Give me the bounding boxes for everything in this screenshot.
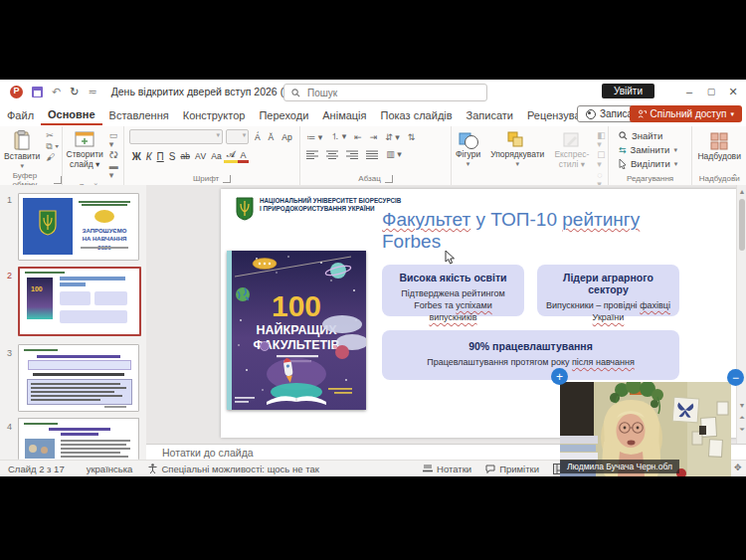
tab-home[interactable]: Основне: [41, 105, 102, 125]
next-slide-icon[interactable]: ⏷: [737, 426, 746, 433]
change-case-button[interactable]: Аа: [209, 151, 225, 161]
minimize-button[interactable]: –: [678, 80, 700, 103]
collapse-ribbon-icon[interactable]: ⌃: [731, 173, 738, 182]
undo-icon[interactable]: ↶: [52, 86, 61, 98]
select-icon: [619, 159, 627, 169]
tab-animations[interactable]: Анімація: [315, 106, 373, 124]
shapes-button[interactable]: Фігури▾: [452, 129, 484, 169]
section-icon[interactable]: ▬ ▾: [109, 162, 121, 180]
group-slides: Створитислайд ▾ ▭ ▾ 🗘 ▬ ▾ Слайди: [63, 126, 125, 185]
addins-button[interactable]: Надбудови: [693, 129, 744, 163]
text-direction-button[interactable]: ⇅: [408, 132, 416, 142]
maximize-button[interactable]: ▢: [700, 80, 722, 103]
slide-thumbnail-3[interactable]: [18, 344, 139, 412]
slide-layout-icon[interactable]: ▭ ▾: [109, 131, 121, 149]
powerpoint-icon[interactable]: [10, 86, 23, 98]
previous-slide-icon[interactable]: ⏶: [737, 414, 746, 421]
select-button[interactable]: Виділити▾: [619, 158, 677, 169]
slide-thumbnail-2-selected[interactable]: 100: [18, 267, 141, 336]
webcam-video[interactable]: Людмила Бучача Черн.обл: [560, 382, 731, 476]
format-painter-icon[interactable]: 🖌: [46, 153, 59, 162]
move-handle-icon[interactable]: ✥: [734, 463, 742, 472]
search-input[interactable]: [305, 87, 459, 99]
comments-toggle-button[interactable]: Примітки: [485, 464, 539, 474]
tab-slideshow[interactable]: Показ слайдів: [374, 106, 460, 124]
paragraph-dialog-launcher[interactable]: [385, 175, 393, 183]
numbering-button[interactable]: ⒈ ▾: [330, 130, 346, 143]
annotation-plus-button[interactable]: +: [551, 368, 568, 385]
font-name-select[interactable]: [129, 129, 223, 144]
copy-icon[interactable]: ⧉ ▾: [46, 142, 59, 151]
columns-button[interactable]: ▥ ▾: [386, 149, 402, 159]
replace-icon: ⇆: [619, 145, 627, 155]
customize-qat-icon[interactable]: ≂: [88, 86, 96, 98]
align-center-button[interactable]: [326, 150, 338, 159]
annotation-minus-button[interactable]: −: [727, 369, 744, 386]
redo-icon[interactable]: ↻: [70, 86, 79, 98]
scroll-down-icon[interactable]: ▼: [737, 402, 746, 409]
shrink-font-button[interactable]: А̌: [266, 132, 277, 142]
tab-insert[interactable]: Вставлення: [102, 106, 176, 124]
scroll-up-icon[interactable]: ▲: [737, 188, 746, 195]
slide-thumbnail-4[interactable]: [18, 418, 139, 460]
share-button[interactable]: Спільний доступ ▾: [630, 105, 742, 122]
find-button[interactable]: Знайти: [619, 130, 662, 141]
arrange-button[interactable]: Упорядкувати▾: [486, 129, 548, 169]
italic-button[interactable]: К: [143, 151, 154, 162]
language-indicator[interactable]: українська: [87, 464, 133, 474]
quick-styles-button[interactable]: Експрес-стилі ▾: [550, 129, 593, 171]
mouse-cursor: [445, 251, 456, 266]
title-word-faculty: Факультет: [382, 209, 470, 230]
paste-button[interactable]: Вставити▾: [0, 129, 44, 171]
align-left-button[interactable]: [306, 150, 318, 159]
cut-icon[interactable]: ✂: [46, 131, 59, 140]
tab-transitions[interactable]: Переходи: [252, 106, 315, 124]
vertical-scrollbar[interactable]: ▲ ▼ ⏶ ⏷: [736, 185, 746, 444]
bullets-button[interactable]: ≔ ▾: [306, 132, 322, 142]
quick-styles-icon: [561, 130, 583, 150]
clipboard-dialog-launcher[interactable]: [54, 176, 62, 184]
font-color-button[interactable]: А: [238, 150, 249, 163]
search-box[interactable]: [283, 84, 487, 101]
slide-title[interactable]: Факультет у ТОП-10 рейтингу Forbes: [382, 209, 720, 254]
increase-indent-button[interactable]: ⇥: [370, 132, 378, 142]
strikethrough-button[interactable]: ab: [178, 151, 192, 161]
tab-design[interactable]: Конструктор: [176, 106, 253, 124]
magazine-cover-image[interactable]: 100 НАЙКРАЩИХ ФАКУЛЬТЕТІВ: [227, 251, 366, 410]
cover-number: 100: [272, 289, 321, 322]
arrange-icon: [506, 130, 528, 150]
decrease-indent-button[interactable]: ⇤: [354, 132, 362, 142]
new-slide-button[interactable]: Створитислайд ▾: [63, 129, 107, 171]
justify-button[interactable]: [366, 150, 378, 159]
font-dialog-launcher[interactable]: [223, 175, 231, 183]
text-shadow-button[interactable]: S: [166, 151, 178, 162]
tab-record[interactable]: Записати: [460, 106, 520, 124]
highlight-color-button[interactable]: 𝓐: [224, 149, 238, 163]
underline-button[interactable]: П: [154, 151, 166, 162]
sign-in-button[interactable]: Увійти: [602, 84, 654, 98]
replace-button[interactable]: ⇆ Замінити▾: [619, 144, 677, 155]
tab-file[interactable]: Файл: [0, 106, 41, 124]
character-spacing-button[interactable]: АV: [192, 151, 208, 161]
info-card-quality[interactable]: Висока якість освіти Підтверджена рейтин…: [382, 265, 524, 316]
notes-toggle-button[interactable]: Нотатки: [423, 464, 471, 474]
clear-formatting-button[interactable]: Ар: [280, 132, 294, 142]
line-spacing-button[interactable]: ⇵ ▾: [385, 132, 400, 142]
info-card-leaders[interactable]: Лідери аграрного сектору Випускники – пр…: [537, 265, 679, 316]
shape-fill-icon[interactable]: ◧ ▾: [597, 131, 606, 149]
slide-counter[interactable]: Слайд 2 з 17: [8, 464, 65, 474]
grow-font-button[interactable]: А́: [252, 132, 263, 142]
close-button[interactable]: ✕: [722, 80, 744, 103]
reset-slide-icon[interactable]: 🗘: [109, 151, 121, 160]
font-size-select[interactable]: [226, 129, 249, 144]
shape-outline-icon[interactable]: ☐ ▾: [597, 151, 606, 169]
bold-button[interactable]: Ж: [129, 151, 143, 162]
info-card-employment[interactable]: 90% працевлаштування Працевлаштування пр…: [382, 330, 679, 380]
scrollbar-thumb[interactable]: [739, 199, 745, 251]
save-icon[interactable]: [32, 87, 43, 97]
comments-icon: [485, 465, 495, 473]
shapes-icon: [458, 130, 479, 150]
align-right-button[interactable]: [346, 150, 358, 159]
slide-thumbnail-1[interactable]: ЗАПРОШУЄМО НА НАВЧАННЯ 2026: [18, 193, 139, 261]
accessibility-status[interactable]: Спеціальні можливості: щось не так: [148, 464, 318, 474]
